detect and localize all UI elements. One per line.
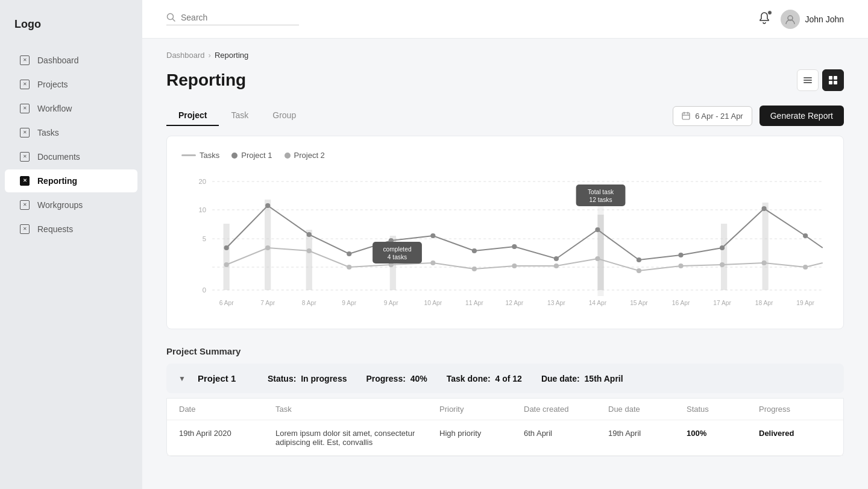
chart-card: Tasks Project 1 Project 2: [166, 136, 844, 329]
sidebar-nav: Dashboard Projects Workflow Tasks Docume…: [0, 49, 142, 241]
page-title: Reporting: [166, 71, 246, 90]
svg-rect-29: [721, 224, 727, 290]
svg-text:13 Apr: 13 Apr: [547, 300, 565, 306]
svg-point-44: [762, 206, 767, 211]
tabs-row: Project Task Group 6 Apr - 21 Apr Genera…: [166, 106, 844, 126]
sidebar-item-projects[interactable]: Projects: [5, 73, 137, 96]
requests-icon: [19, 224, 30, 235]
svg-rect-30: [763, 203, 769, 290]
svg-text:12 Apr: 12 Apr: [506, 300, 524, 306]
project-meta: Status: In progress Progress: 40% Task d…: [268, 374, 832, 383]
svg-text:0: 0: [203, 286, 206, 294]
svg-point-40: [595, 227, 600, 232]
svg-point-41: [637, 257, 641, 262]
sidebar-item-label: Workflow: [37, 104, 72, 113]
svg-point-54: [554, 263, 559, 268]
svg-text:5: 5: [203, 235, 206, 242]
project1-legend-label: Project 1: [241, 151, 272, 160]
svg-text:Total task: Total task: [588, 189, 614, 195]
svg-rect-24: [265, 200, 271, 290]
list-view-button[interactable]: [797, 69, 819, 91]
svg-rect-6: [829, 76, 832, 80]
svg-point-57: [678, 263, 683, 268]
col-status: Status: [687, 405, 759, 414]
sidebar-item-label: Dashboard: [37, 55, 79, 65]
sidebar-item-dashboard[interactable]: Dashboard: [5, 49, 137, 72]
cell-status: 100%: [687, 429, 759, 438]
sidebar-item-label: Requests: [37, 224, 73, 234]
search-wrap[interactable]: [166, 13, 299, 25]
svg-rect-5: [804, 82, 812, 83]
main-area: John John Dashboard › Reporting Reportin…: [142, 0, 868, 489]
documents-icon: [19, 151, 30, 162]
svg-text:17 Apr: 17 Apr: [713, 300, 731, 306]
workgroups-icon: [19, 200, 30, 210]
svg-text:9 Apr: 9 Apr: [384, 300, 399, 306]
svg-text:4 tasks: 4 tasks: [388, 254, 407, 260]
sidebar-item-workflow[interactable]: Workflow: [5, 97, 137, 120]
svg-rect-25: [306, 230, 312, 290]
svg-point-31: [224, 245, 229, 250]
legend-project1: Project 1: [231, 151, 272, 160]
task-table: Date Task Priority Date created Due date…: [166, 398, 844, 456]
svg-point-42: [678, 253, 683, 257]
dashboard-icon: [19, 55, 30, 66]
tab-group[interactable]: Group: [260, 106, 308, 126]
grid-icon: [828, 75, 838, 85]
svg-text:8 Apr: 8 Apr: [302, 300, 317, 306]
project-name: Project 1: [198, 373, 258, 383]
search-input[interactable]: [181, 13, 289, 22]
col-due-date: Due date: [608, 405, 687, 414]
chart-area: 20 10 5 0: [181, 169, 829, 314]
svg-point-58: [720, 262, 725, 267]
cell-task: Lorem ipsum dolor sit amet, consectetur …: [275, 429, 439, 447]
sidebar-item-requests[interactable]: Requests: [5, 218, 137, 241]
breadcrumb-separator: ›: [209, 51, 211, 60]
svg-point-59: [762, 260, 767, 265]
tabs: Project Task Group: [166, 106, 308, 126]
sidebar-item-workgroups[interactable]: Workgroups: [5, 194, 137, 216]
meta-task-done: Task done: 4 of 12: [447, 374, 522, 383]
notification-bell[interactable]: [758, 11, 771, 27]
svg-point-55: [595, 256, 600, 261]
tab-task[interactable]: Task: [219, 106, 260, 126]
tab-project[interactable]: Project: [166, 106, 219, 126]
sidebar-item-label: Workgroups: [37, 200, 83, 210]
due-date-value: 15th April: [585, 374, 623, 383]
reporting-icon: [19, 175, 30, 186]
meta-progress: Progress: 40%: [366, 374, 427, 383]
svg-text:9 Apr: 9 Apr: [342, 300, 357, 306]
projects-icon: [19, 79, 30, 90]
search-icon: [166, 13, 176, 22]
chart-legend: Tasks Project 1 Project 2: [181, 151, 829, 160]
breadcrumb-parent[interactable]: Dashboard: [166, 51, 205, 60]
svg-point-47: [265, 245, 270, 250]
svg-rect-10: [682, 113, 690, 119]
status-value: In progress: [301, 374, 347, 383]
generate-report-button[interactable]: Generate Report: [760, 106, 844, 126]
sidebar-item-documents[interactable]: Documents: [5, 145, 137, 168]
sidebar-item-reporting[interactable]: Reporting: [5, 169, 137, 192]
breadcrumb-current: Reporting: [215, 51, 248, 60]
date-range-label: 6 Apr - 21 Apr: [695, 112, 743, 121]
svg-point-60: [803, 265, 808, 270]
chart-svg: 20 10 5 0: [181, 169, 829, 314]
expand-icon[interactable]: ▼: [178, 374, 186, 383]
task-done-value: 4 of 12: [495, 374, 522, 383]
legend-project2: Project 2: [285, 151, 325, 160]
svg-text:15 Apr: 15 Apr: [630, 300, 648, 306]
svg-rect-7: [834, 76, 837, 80]
grid-view-button[interactable]: [822, 69, 844, 91]
svg-rect-8: [829, 81, 832, 84]
user-info[interactable]: John John: [781, 10, 844, 29]
svg-text:18 Apr: 18 Apr: [755, 300, 773, 306]
breadcrumb: Dashboard › Reporting: [166, 51, 844, 60]
svg-point-38: [512, 244, 517, 249]
date-range-button[interactable]: 6 Apr - 21 Apr: [673, 106, 752, 126]
sidebar-item-tasks[interactable]: Tasks: [5, 121, 137, 144]
calendar-icon: [682, 112, 690, 120]
sidebar-item-label: Reporting: [37, 176, 77, 186]
task-done-label: Task done:: [447, 374, 491, 383]
view-toggles: [797, 69, 844, 91]
svg-rect-23: [224, 224, 230, 290]
